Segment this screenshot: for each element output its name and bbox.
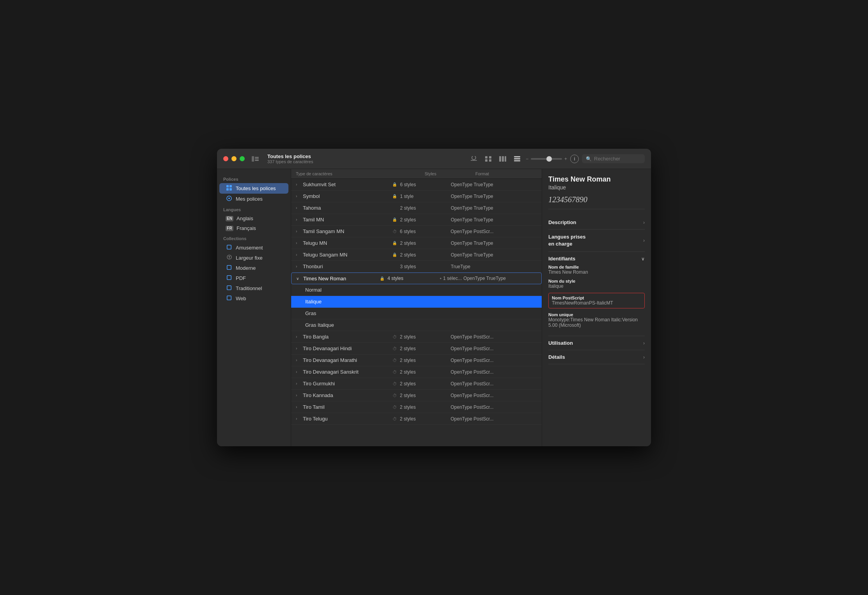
sidebar-section-languages: Langues EN Anglais FR Français (217, 204, 291, 233)
col-header-name: Type de caractères (291, 171, 420, 176)
slider-thumb[interactable] (546, 156, 552, 162)
search-input[interactable] (594, 156, 641, 162)
sidebar-item-amusement[interactable]: Amusement (219, 242, 288, 253)
sidebar-label-langues: Langues (217, 204, 291, 214)
sidebar-item-my-fonts[interactable]: Mes polices (219, 194, 288, 204)
font-name: Tiro Kannada (303, 392, 390, 398)
font-styles: 1 style (400, 194, 451, 199)
font-row-tiro-devanagari-hindi[interactable]: › Tiro Devanagari Hindi ⏱ 2 styles OpenT… (291, 343, 542, 355)
amusement-icon (226, 244, 233, 251)
search-box: 🔍 (582, 154, 645, 163)
font-styles: 2 styles (400, 416, 451, 422)
font-name: Symbol (303, 193, 389, 199)
expand-icon: › (296, 346, 301, 351)
view-rows-button[interactable] (512, 155, 523, 163)
svg-rect-14 (514, 158, 520, 159)
style-name: Gras (305, 310, 537, 316)
font-name: Tiro Gurmukhi (303, 381, 390, 387)
expand-icon: › (296, 194, 301, 198)
font-row-tahoma[interactable]: › Tahoma 🔒 2 styles OpenType TrueType (291, 202, 542, 214)
sidebar-item-all-fonts[interactable]: Toutes les polices (219, 183, 288, 194)
sidebar-item-web[interactable]: Web (219, 293, 288, 303)
font-row-telugu-sangam[interactable]: › Telugu Sangam MN 🔒 2 styles OpenType T… (291, 249, 542, 261)
font-row-gras-italique[interactable]: Gras Italique (291, 319, 542, 331)
sidebar-toggle-button[interactable] (249, 155, 261, 163)
font-name: Times New Roman (303, 276, 377, 281)
svg-rect-20 (229, 188, 232, 191)
sidebar-item-pdf[interactable]: PDF (219, 273, 288, 283)
font-row-tiro-telugu[interactable]: › Tiro Telugu ⏱ 2 styles OpenType PostSc… (291, 413, 542, 425)
sidebar-item-fixed-width[interactable]: Largeur fixe (219, 253, 288, 263)
minimize-button[interactable] (231, 156, 237, 161)
utilisation-arrow: › (643, 340, 645, 346)
font-row-normal[interactable]: Normal (291, 284, 542, 296)
search-icon: 🔍 (586, 156, 592, 162)
expand-icon: › (296, 217, 301, 222)
font-row-tamil-mn[interactable]: › Tamil MN 🔒 2 styles OpenType TrueType (291, 214, 542, 226)
close-button[interactable] (223, 156, 228, 161)
font-row-italique[interactable]: Italique (291, 296, 542, 308)
detail-panel: Times New Roman Italique 1234567890 Desc… (542, 169, 651, 446)
postscript-label: Nom PostScript (552, 296, 641, 300)
font-row-tiro-devanagari-sanskrit[interactable]: › Tiro Devanagari Sanskrit ⏱ 2 styles Op… (291, 366, 542, 378)
slider-track[interactable] (531, 158, 562, 160)
family-name-value: Times New Roman (548, 269, 645, 275)
svg-rect-18 (229, 185, 232, 187)
font-name: Tiro Telugu (303, 416, 390, 422)
font-row-tiro-tamil[interactable]: › Tiro Tamil ⏱ 2 styles OpenType PostScr… (291, 401, 542, 413)
view-columns-button[interactable] (497, 155, 509, 163)
expand-icon: › (296, 229, 301, 233)
expand-icon: › (296, 264, 301, 269)
pdf-icon (226, 275, 233, 281)
view-list-button[interactable] (468, 155, 480, 163)
identifiers-header[interactable]: Identifiants ∨ (548, 256, 645, 262)
font-row-gras[interactable]: Gras (291, 308, 542, 319)
titlebar-controls: − + i 🔍 (468, 154, 645, 163)
info-button[interactable]: i (570, 155, 579, 163)
sidebar-item-traditional[interactable]: Traditionnel (219, 283, 288, 293)
sidebar-item-french[interactable]: FR Français (219, 223, 288, 233)
size-slider: − + (526, 156, 567, 162)
sidebar-item-english[interactable]: EN Anglais (219, 214, 288, 223)
expand-icon: › (296, 253, 301, 257)
font-row-sukhumvit[interactable]: › Sukhumvit Set 🔒 6 styles OpenType True… (291, 179, 542, 191)
font-styles: 2 styles (400, 369, 451, 375)
zoom-minus[interactable]: − (526, 156, 528, 162)
font-styles: 4 styles (388, 276, 438, 281)
font-name: Telugu Sangam MN (303, 252, 389, 258)
font-row-times-new-roman[interactable]: ∨ Times New Roman 🔒 4 styles • 1 sélec..… (291, 273, 542, 284)
font-row-tamil-sangam[interactable]: › Tamil Sangam MN ⏱ 6 styles OpenType Po… (291, 226, 542, 237)
details-header[interactable]: Détails › (548, 354, 645, 360)
font-row-tiro-kannada[interactable]: › Tiro Kannada ⏱ 2 styles OpenType PostS… (291, 390, 542, 401)
languages-header[interactable]: Langues prisesen charge › (548, 233, 645, 248)
font-list-area: Type de caractères Styles Format › Sukhu… (291, 169, 542, 446)
font-row-symbol[interactable]: › Symbol 🔒 1 style OpenType TrueType (291, 191, 542, 202)
clock-icon: ⏱ (393, 335, 397, 339)
font-name: Tiro Devanagari Sanskrit (303, 369, 390, 375)
detail-font-style: Italique (548, 184, 645, 191)
description-header[interactable]: Description › (548, 219, 645, 225)
font-styles: 2 styles (400, 240, 451, 246)
font-row-thonburi[interactable]: › Thonburi 🔒 3 styles TrueType (291, 261, 542, 273)
font-styles: 2 styles (400, 393, 451, 398)
utilisation-header[interactable]: Utilisation › (548, 340, 645, 346)
font-row-telugu-mn[interactable]: › Telugu MN 🔒 2 styles OpenType TrueType (291, 237, 542, 249)
font-format: OpenType PostScr... (451, 229, 537, 234)
lock-icon: 🔒 (392, 182, 397, 187)
font-row-tiro-bangla[interactable]: › Tiro Bangla ⏱ 2 styles OpenType PostSc… (291, 331, 542, 343)
font-format: OpenType PostScr... (451, 369, 537, 375)
expand-icon: › (296, 381, 301, 386)
sidebar-item-modern[interactable]: Moderne (219, 263, 288, 273)
style-name: Normal (305, 287, 537, 293)
font-row-tiro-gurmukhi[interactable]: › Tiro Gurmukhi ⏱ 2 styles OpenType Post… (291, 378, 542, 390)
font-row-tiro-devanagari-marathi[interactable]: › Tiro Devanagari Marathi ⏱ 2 styles Ope… (291, 355, 542, 366)
svg-rect-1 (255, 157, 259, 158)
zoom-plus[interactable]: + (564, 156, 567, 162)
view-grid-button[interactable] (483, 155, 494, 163)
traditional-icon (226, 285, 233, 291)
maximize-button[interactable] (240, 156, 245, 161)
expand-icon: › (296, 370, 301, 374)
font-format: OpenType PostScr... (451, 334, 537, 340)
grid-icon (226, 185, 233, 192)
my-fonts-icon (226, 196, 233, 202)
